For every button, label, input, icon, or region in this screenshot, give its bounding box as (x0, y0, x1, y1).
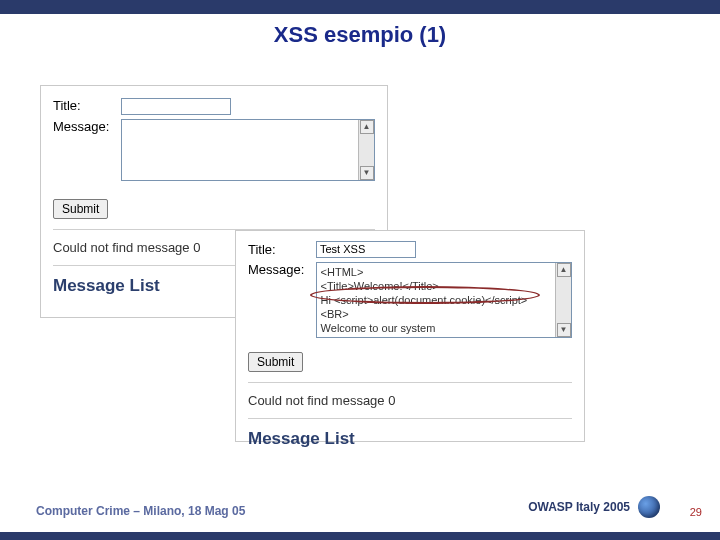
message-textarea[interactable]: <HTML> <Title>Welcome!</Title> Hi <scrip… (316, 262, 572, 338)
message-label: Message: (53, 119, 113, 134)
title-label: Title: (248, 242, 308, 257)
submit-button[interactable]: Submit (53, 199, 108, 219)
message-textarea[interactable]: ▲ ▼ (121, 119, 375, 181)
divider (248, 418, 572, 419)
submit-button[interactable]: Submit (248, 352, 303, 372)
scroll-down-icon[interactable]: ▼ (360, 166, 374, 180)
bottom-bar (0, 532, 720, 540)
message-list-heading: Message List (248, 429, 572, 449)
msg-line: Hi <script>alert(document.cookie)</scrip… (321, 293, 553, 307)
title-input[interactable]: Test XSS (316, 241, 416, 258)
footer-left: Computer Crime – Milano, 18 Mag 05 (36, 504, 245, 518)
slide-title: XSS esempio (1) (0, 22, 720, 48)
scroll-up-icon[interactable]: ▲ (360, 120, 374, 134)
title-input[interactable] (121, 98, 231, 115)
footer-right-text: OWASP Italy 2005 (528, 500, 630, 514)
message-label: Message: (248, 262, 308, 277)
form-panel-filled: Title: Test XSS Message: <HTML> <Title>W… (235, 230, 585, 442)
title-label: Title: (53, 98, 113, 113)
footer-right: OWASP Italy 2005 (528, 496, 660, 518)
page-number: 29 (690, 506, 702, 518)
error-message: Could not find message 0 (248, 393, 572, 408)
textarea-scrollbar[interactable]: ▲ ▼ (555, 263, 571, 337)
top-bar (0, 0, 720, 14)
divider (248, 382, 572, 383)
scroll-up-icon[interactable]: ▲ (557, 263, 571, 277)
msg-line: Welcome to our system (321, 321, 553, 335)
textarea-scrollbar[interactable]: ▲ ▼ (358, 120, 374, 180)
msg-line: <HTML> (321, 265, 553, 279)
globe-icon (638, 496, 660, 518)
msg-line: <Title>Welcome!</Title> (321, 279, 553, 293)
msg-line: <BR> (321, 307, 553, 321)
scroll-down-icon[interactable]: ▼ (557, 323, 571, 337)
